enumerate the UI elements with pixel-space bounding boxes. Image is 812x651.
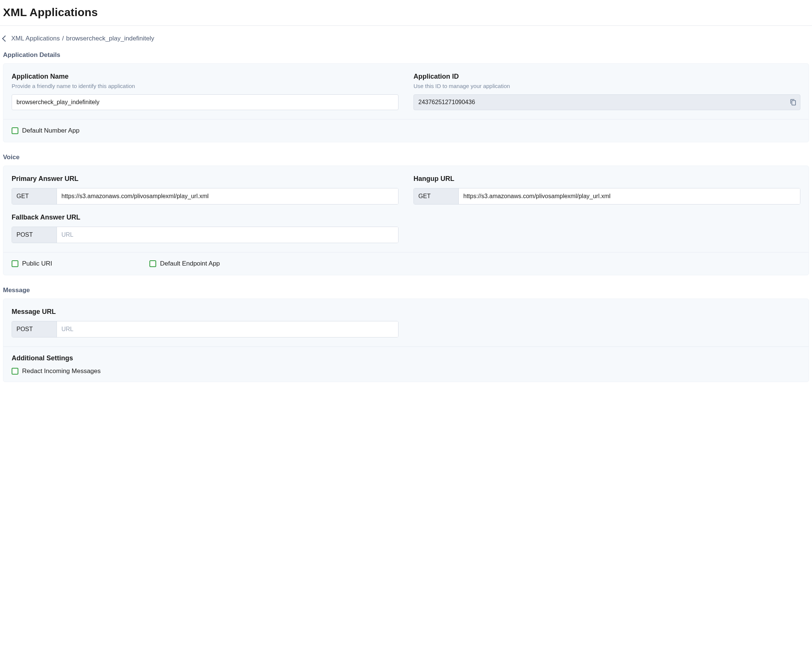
details-footer: Default Number App: [3, 119, 809, 142]
breadcrumb-current: browsercheck_play_indefinitely: [66, 35, 154, 42]
application-id-field: Application ID Use this ID to manage you…: [414, 73, 800, 110]
application-name-label: Application Name: [12, 73, 398, 81]
message-url-label: Message URL: [12, 308, 398, 316]
breadcrumb-root-link[interactable]: XML Applications: [11, 35, 60, 42]
chevron-left-icon[interactable]: [2, 35, 9, 42]
section-title-details: Application Details: [3, 51, 809, 59]
default-endpoint-app-label: Default Endpoint App: [160, 260, 220, 267]
hangup-url-field: Hangup URL GET: [414, 175, 800, 205]
redact-incoming-checkbox[interactable]: Redact Incoming Messages: [12, 367, 800, 375]
checkbox-box-icon: [12, 127, 18, 134]
application-name-input[interactable]: [12, 95, 398, 110]
additional-settings-section: Additional Settings Redact Incoming Mess…: [3, 347, 809, 382]
details-card: Application Name Provide a friendly name…: [3, 63, 809, 142]
redact-incoming-label: Redact Incoming Messages: [22, 367, 101, 375]
checkbox-box-icon: [12, 368, 18, 374]
application-id-value[interactable]: [414, 95, 800, 110]
checkbox-box-icon: [150, 260, 156, 267]
section-title-voice: Voice: [3, 154, 809, 161]
application-id-label: Application ID: [414, 73, 800, 81]
copy-icon[interactable]: [790, 99, 797, 105]
primary-answer-url-field: Primary Answer URL GET: [12, 175, 398, 205]
default-number-app-label: Default Number App: [22, 127, 79, 134]
hangup-url-label: Hangup URL: [414, 175, 800, 183]
public-uri-label: Public URI: [22, 260, 52, 267]
application-name-sub: Provide a friendly name to identify this…: [12, 83, 398, 89]
checkbox-box-icon: [12, 260, 18, 267]
voice-card: Primary Answer URL GET Hangup URL GET Fa…: [3, 165, 809, 275]
application-name-field: Application Name Provide a friendly name…: [12, 73, 398, 110]
fallback-answer-url-field: Fallback Answer URL POST: [12, 214, 398, 243]
primary-method-select[interactable]: GET: [12, 188, 57, 204]
fallback-method-select[interactable]: POST: [12, 227, 57, 243]
fallback-answer-url-label: Fallback Answer URL: [12, 214, 398, 222]
message-url-field: Message URL POST: [12, 308, 398, 338]
fallback-url-input[interactable]: [57, 227, 398, 243]
breadcrumb-separator: /: [62, 35, 64, 42]
primary-answer-url-label: Primary Answer URL: [12, 175, 398, 183]
page-divider: [0, 26, 812, 26]
voice-footer: Public URI Default Endpoint App: [3, 252, 809, 275]
hangup-method-select[interactable]: GET: [414, 188, 459, 204]
hangup-url-input[interactable]: [459, 188, 800, 204]
application-id-sub: Use this ID to manage your application: [414, 83, 800, 89]
section-title-message: Message: [3, 287, 809, 294]
message-card: Message URL POST Additional Settings Red…: [3, 298, 809, 382]
public-uri-checkbox[interactable]: Public URI: [12, 260, 52, 267]
additional-settings-label: Additional Settings: [12, 355, 800, 362]
page-title: XML Applications: [3, 4, 809, 26]
default-endpoint-app-checkbox[interactable]: Default Endpoint App: [150, 260, 220, 267]
message-url-input[interactable]: [57, 321, 398, 337]
breadcrumb: XML Applications / browsercheck_play_ind…: [3, 34, 809, 50]
message-method-select[interactable]: POST: [12, 321, 57, 337]
default-number-app-checkbox[interactable]: Default Number App: [12, 127, 800, 134]
primary-url-input[interactable]: [57, 188, 398, 204]
